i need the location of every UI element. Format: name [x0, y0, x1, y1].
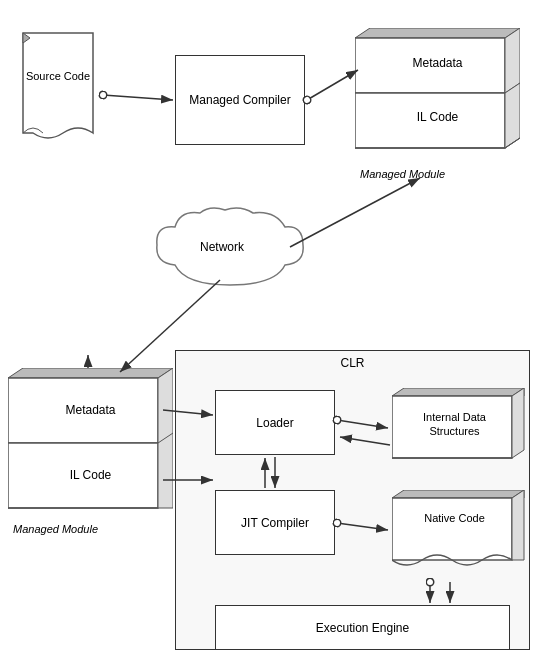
managed-module-label-bottom: Managed Module: [13, 523, 98, 535]
jit-label: JIT Compiler: [241, 516, 309, 530]
network-label: Network: [200, 240, 244, 254]
svg-marker-21: [392, 490, 524, 498]
managed-module-top: Metadata IL Code Managed Module: [355, 28, 520, 176]
managed-compiler-box: Managed Compiler: [175, 55, 305, 145]
il-code-label-bottom: IL Code: [23, 468, 158, 482]
svg-marker-4: [505, 28, 520, 93]
native-code-box: Native Code: [392, 490, 532, 583]
network-cloud: Network: [145, 205, 315, 298]
diagram: Source Code Managed Compiler Metadata IL…: [0, 0, 554, 668]
svg-rect-22: [392, 498, 512, 560]
svg-marker-9: [8, 368, 173, 378]
metadata-label-top: Metadata: [370, 56, 505, 70]
svg-marker-23: [512, 490, 524, 560]
svg-marker-18: [512, 388, 524, 458]
source-code-shape: Source Code: [18, 28, 98, 148]
native-code-label: Native Code: [397, 512, 512, 524]
execution-engine-label: Execution Engine: [316, 621, 409, 635]
jit-compiler-box: JIT Compiler: [215, 490, 335, 555]
il-code-label-top: IL Code: [370, 110, 505, 124]
svg-marker-12: [158, 368, 173, 443]
svg-line-27: [103, 95, 173, 100]
managed-module-bottom: Metadata IL Code Managed Module: [8, 368, 173, 546]
clr-label: CLR: [340, 356, 364, 370]
loader-box: Loader: [215, 390, 335, 455]
metadata-label-bottom: Metadata: [23, 403, 158, 417]
managed-compiler-label: Managed Compiler: [189, 93, 290, 107]
internal-data-label: Internal DataStructures: [397, 410, 512, 439]
internal-data-structures-box: Internal DataStructures: [392, 388, 532, 471]
loader-label: Loader: [256, 416, 293, 430]
managed-module-label-top: Managed Module: [360, 168, 445, 180]
svg-marker-16: [392, 388, 524, 396]
execution-engine-box: Execution Engine: [215, 605, 510, 650]
source-code-label: Source Code: [18, 70, 98, 82]
svg-marker-5: [505, 83, 520, 148]
svg-marker-13: [158, 433, 173, 508]
svg-line-28: [307, 70, 358, 100]
svg-marker-1: [355, 28, 520, 38]
